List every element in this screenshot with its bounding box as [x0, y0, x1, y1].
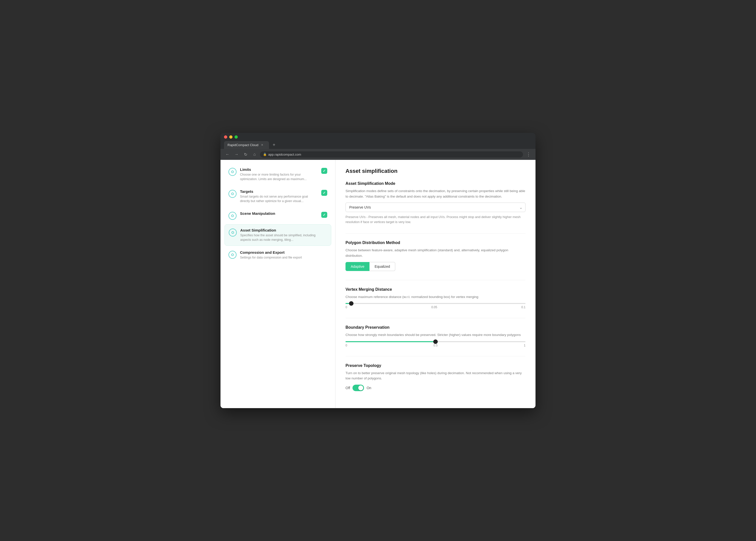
- close-button[interactable]: [224, 135, 227, 139]
- vertex-merging-label-0: 0: [345, 305, 347, 309]
- limits-desc: Choose one or more limiting factors for …: [240, 173, 318, 181]
- limits-icon: [229, 168, 237, 176]
- compression-export-icon: [229, 251, 237, 259]
- boundary-preservation-thumb[interactable]: [433, 339, 438, 344]
- browser-menu-button[interactable]: ⋮: [525, 151, 532, 158]
- section-vertex-merging: Vertex Merging Distance Choose maximum r…: [345, 287, 525, 309]
- asset-simplification-desc: Specifies how the asset should be simpli…: [240, 233, 327, 242]
- simplification-mode-title: Asset Simplification Mode: [345, 181, 525, 186]
- sidebar: Limits Choose one or more limiting facto…: [221, 160, 335, 408]
- sidebar-text-compression-export: Compression and Export Settings for data…: [240, 250, 327, 260]
- nav-bar: ← → ↻ ⌂ 🔒 app.rapidcompact.com ⋮: [221, 149, 535, 160]
- simplification-mode-select[interactable]: Atlas Baking Preserve UVs Preserve Mesh …: [345, 203, 525, 212]
- targets-desc: Smart targets do not serve any performan…: [240, 195, 318, 203]
- sidebar-text-scene-manipulation: Scene Manipulation: [240, 211, 318, 217]
- simplification-mode-note: Preserve UVs - Preserves all mesh, mater…: [345, 215, 525, 224]
- polygon-distribution-buttons: Adaptive Equalized: [345, 262, 525, 271]
- address-bar[interactable]: 🔒 app.rapidcompact.com: [260, 151, 523, 158]
- active-tab[interactable]: RapidCompact Cloud ✕: [224, 141, 269, 149]
- vertex-merging-slider-container: 0 0.05 0.1: [345, 303, 525, 309]
- lock-icon: 🔒: [263, 153, 267, 156]
- scene-manipulation-check: [321, 212, 327, 218]
- browser-chrome: RapidCompact Cloud ✕ +: [221, 133, 535, 149]
- sidebar-item-compression-export[interactable]: Compression and Export Settings for data…: [225, 247, 331, 264]
- forward-button[interactable]: →: [233, 151, 240, 158]
- limits-title: Limits: [240, 167, 318, 172]
- scene-manipulation-title: Scene Manipulation: [240, 211, 318, 216]
- main-panel: Asset simplification Asset Simplificatio…: [335, 160, 535, 408]
- traffic-lights: [224, 135, 532, 139]
- boundary-preservation-slider-container: 0 0.5 1: [345, 341, 525, 347]
- panel-title: Asset simplification: [345, 168, 525, 174]
- tab-close-button[interactable]: ✕: [261, 143, 264, 147]
- vertex-merging-thumb[interactable]: [349, 301, 353, 306]
- sidebar-text-limits: Limits Choose one or more limiting facto…: [240, 167, 318, 181]
- tab-bar: RapidCompact Cloud ✕ +: [224, 141, 532, 149]
- section-boundary-preservation: Boundary Preservation Choose how strongl…: [345, 325, 525, 347]
- section-preserve-topology: Preserve Topology Turn on to better pres…: [345, 363, 525, 391]
- simplification-mode-dropdown-container: Atlas Baking Preserve UVs Preserve Mesh …: [345, 203, 525, 212]
- boundary-preservation-fill: [345, 341, 435, 342]
- sidebar-item-asset-simplification[interactable]: Asset Simplification Specifies how the a…: [225, 224, 331, 246]
- divider-1: [345, 233, 525, 234]
- boundary-preservation-title: Boundary Preservation: [345, 325, 525, 330]
- divider-2: [345, 280, 525, 280]
- reload-button[interactable]: ↻: [242, 151, 249, 158]
- preserve-topology-title: Preserve Topology: [345, 363, 525, 368]
- asset-simplification-title: Asset Simplification: [240, 228, 327, 232]
- boundary-preservation-labels: 0 0.5 1: [345, 344, 525, 347]
- boundary-preservation-label-1: 0.5: [433, 344, 438, 347]
- sidebar-item-targets[interactable]: Targets Smart targets do not serve any p…: [225, 186, 331, 207]
- polygon-distribution-title: Polygon Distribution Method: [345, 241, 525, 245]
- vertex-merging-label-1: 0.05: [431, 305, 437, 309]
- section-polygon-distribution: Polygon Distribution Method Choose betwe…: [345, 241, 525, 271]
- simplification-mode-desc: Simplification modes define sets of cons…: [345, 188, 525, 199]
- vertex-merging-desc: Choose maximum reference distance (w.r.t…: [345, 294, 525, 300]
- vertex-merging-track: [345, 303, 525, 304]
- polygon-distribution-desc: Choose between feature-aware, adaptive m…: [345, 248, 525, 258]
- compression-export-desc: Settings for data compression and file e…: [240, 256, 327, 260]
- toggle-on-label: On: [367, 386, 371, 390]
- equalized-button[interactable]: Equalized: [369, 262, 395, 271]
- maximize-button[interactable]: [235, 135, 238, 139]
- asset-simplification-icon: [229, 229, 237, 237]
- boundary-preservation-track: [345, 341, 525, 342]
- scene-manipulation-icon: [229, 212, 237, 220]
- boundary-preservation-label-2: 1: [524, 344, 525, 347]
- targets-icon: [229, 190, 237, 198]
- back-button[interactable]: ←: [224, 151, 231, 158]
- section-simplification-mode: Asset Simplification Mode Simplification…: [345, 181, 525, 224]
- new-tab-button[interactable]: +: [271, 142, 277, 149]
- toggle-knob: [358, 385, 363, 390]
- sidebar-text-targets: Targets Smart targets do not serve any p…: [240, 189, 318, 203]
- boundary-preservation-desc: Choose how strongly mesh boundaries shou…: [345, 332, 525, 338]
- vertex-merging-fill: [345, 303, 349, 304]
- compression-export-title: Compression and Export: [240, 250, 327, 255]
- preserve-topology-toggle[interactable]: [353, 385, 364, 391]
- home-button[interactable]: ⌂: [251, 151, 258, 158]
- sidebar-text-asset-simplification: Asset Simplification Specifies how the a…: [240, 228, 327, 242]
- url-text: app.rapidcompact.com: [268, 153, 301, 156]
- limits-check: [321, 168, 327, 174]
- minimize-button[interactable]: [229, 135, 233, 139]
- browser-content: Limits Choose one or more limiting facto…: [221, 160, 535, 408]
- vertex-merging-label-2: 0.1: [521, 305, 525, 309]
- boundary-preservation-label-0: 0: [345, 344, 347, 347]
- targets-check: [321, 190, 327, 196]
- sidebar-item-limits[interactable]: Limits Choose one or more limiting facto…: [225, 164, 331, 185]
- preserve-topology-desc: Turn on to better preserve original mesh…: [345, 370, 525, 381]
- vertex-merging-labels: 0 0.05 0.1: [345, 305, 525, 309]
- preserve-topology-toggle-container: Off On: [345, 385, 525, 391]
- toggle-off-label: Off: [345, 386, 350, 390]
- divider-4: [345, 356, 525, 356]
- divider-3: [345, 318, 525, 318]
- targets-title: Targets: [240, 189, 318, 194]
- adaptive-button[interactable]: Adaptive: [345, 262, 369, 271]
- sidebar-item-scene-manipulation[interactable]: Scene Manipulation: [225, 208, 331, 223]
- tab-label: RapidCompact Cloud: [227, 143, 259, 147]
- browser-window: RapidCompact Cloud ✕ + ← → ↻ ⌂ 🔒 app.rap…: [221, 133, 535, 408]
- vertex-merging-title: Vertex Merging Distance: [345, 287, 525, 292]
